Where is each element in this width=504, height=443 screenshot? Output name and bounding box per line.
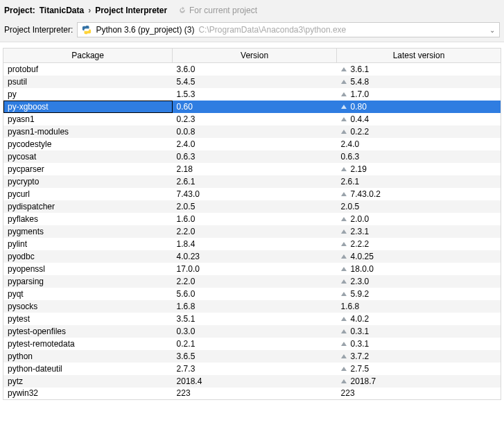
latest-version-text: 2.2.2 — [351, 239, 370, 249]
upgrade-available-icon — [341, 229, 347, 234]
cell-latest: 5.9.2 — [337, 288, 501, 300]
reset-icon — [178, 6, 186, 15]
breadcrumb-project-name[interactable]: TitanicData — [40, 6, 84, 15]
table-row[interactable]: pycurl7.43.07.43.0.2 — [3, 188, 501, 200]
cell-latest: 2.3.0 — [337, 275, 501, 288]
cell-latest: 2.0.0 — [337, 213, 501, 225]
latest-version-text: 2.19 — [351, 164, 367, 174]
cell-package: pytest — [3, 313, 173, 325]
cell-version: 0.2.3 — [173, 113, 337, 125]
table-row[interactable]: pyparsing2.2.02.3.0 — [3, 275, 501, 288]
cell-version: 1.6.0 — [173, 213, 337, 225]
cell-package: pyflakes — [3, 213, 173, 225]
upgrade-available-icon — [341, 267, 347, 271]
latest-version-text: 7.43.0.2 — [351, 189, 381, 199]
cell-package: pydispatcher — [3, 200, 173, 213]
packages-table-wrap: Package Version Latest version protobuf3… — [0, 42, 504, 400]
table-row[interactable]: psutil5.4.55.4.8 — [3, 76, 501, 88]
cell-package: pysocks — [3, 300, 173, 313]
cell-package: pytest-remotedata — [3, 338, 173, 350]
cell-version: 3.6.5 — [173, 350, 337, 363]
table-row[interactable]: pylint1.8.42.2.2 — [3, 238, 501, 250]
table-row[interactable]: py-xgboost0.600.80 — [3, 101, 501, 113]
upgrade-available-icon — [341, 192, 347, 196]
latest-version-text: 2018.7 — [351, 376, 376, 386]
table-row[interactable]: pysocks1.6.81.6.8 — [3, 300, 501, 313]
cell-package: pycrypto — [3, 175, 173, 188]
table-row[interactable]: pyasn10.2.30.4.4 — [3, 113, 501, 125]
table-row[interactable]: pytz2018.42018.7 — [3, 375, 501, 388]
table-row[interactable]: pytest-openfiles0.3.00.3.1 — [3, 325, 501, 338]
table-row[interactable]: pygments2.2.02.3.1 — [3, 225, 501, 238]
table-row[interactable]: pywin32223223 — [3, 388, 501, 400]
upgrade-available-icon — [341, 167, 347, 171]
latest-version-text: 0.3.1 — [351, 339, 370, 349]
latest-version-text: 2.7.5 — [351, 364, 370, 374]
table-row[interactable]: pycodestyle2.4.02.4.0 — [3, 138, 501, 150]
table-row[interactable]: pytest3.5.14.0.2 — [3, 313, 501, 325]
cell-version: 2018.4 — [173, 375, 337, 388]
table-row[interactable]: pycparser2.182.19 — [3, 163, 501, 175]
upgrade-available-icon — [341, 329, 347, 333]
cell-version: 2.7.3 — [173, 363, 337, 375]
cell-latest: 1.7.0 — [337, 88, 501, 101]
chevron-down-icon: ⌄ — [489, 26, 495, 34]
cell-latest: 2.19 — [337, 163, 501, 175]
table-row[interactable]: pytest-remotedata0.2.10.3.1 — [3, 338, 501, 350]
cell-version: 0.3.0 — [173, 325, 337, 338]
table-row[interactable]: python-dateutil2.7.32.7.5 — [3, 363, 501, 375]
table-row[interactable]: pyqt5.6.05.9.2 — [3, 288, 501, 300]
cell-latest: 2018.7 — [337, 375, 501, 388]
latest-version-text: 1.7.0 — [351, 89, 370, 99]
table-header-row: Package Version Latest version — [3, 49, 501, 63]
upgrade-available-icon — [341, 117, 347, 121]
breadcrumb-section[interactable]: Project Interpreter — [95, 6, 167, 15]
upgrade-available-icon — [341, 92, 347, 96]
latest-version-text: 0.4.4 — [351, 114, 370, 124]
upgrade-available-icon — [341, 367, 347, 371]
for-current-project-label: For current project — [178, 6, 257, 15]
column-header-latest[interactable]: Latest version — [337, 49, 501, 63]
table-row[interactable]: pyopenssl17.0.018.0.0 — [3, 263, 501, 275]
cell-latest: 2.6.1 — [337, 175, 501, 188]
table-row[interactable]: pyasn1-modules0.0.80.2.2 — [3, 125, 501, 138]
cell-latest: 0.3.1 — [337, 325, 501, 338]
latest-version-text: 0.80 — [351, 102, 367, 112]
cell-version: 2.0.5 — [173, 200, 337, 213]
table-row[interactable]: python3.6.53.7.2 — [3, 350, 501, 363]
latest-version-text: 18.0.0 — [351, 264, 374, 274]
interpreter-dropdown[interactable]: Python 3.6 (py_project) (3) C:\ProgramDa… — [77, 22, 500, 37]
table-row[interactable]: pydispatcher2.0.52.0.5 — [3, 200, 501, 213]
upgrade-available-icon — [341, 254, 347, 259]
column-header-package[interactable]: Package — [3, 49, 173, 63]
cell-version: 2.18 — [173, 163, 337, 175]
cell-package: pyodbc — [3, 250, 173, 263]
packages-tbody: protobuf3.6.03.6.1psutil5.4.55.4.8py1.5.… — [3, 63, 501, 400]
cell-latest: 3.7.2 — [337, 350, 501, 363]
latest-version-text: 2.4.0 — [341, 139, 360, 149]
table-row[interactable]: pyodbc4.0.234.0.25 — [3, 250, 501, 263]
latest-version-text: 0.6.3 — [341, 152, 360, 162]
table-row[interactable]: py1.5.31.7.0 — [3, 88, 501, 101]
upgrade-available-icon — [341, 292, 347, 296]
interpreter-row: Project Interpreter: Python 3.6 (py_proj… — [4, 21, 500, 37]
cell-latest: 4.0.25 — [337, 250, 501, 263]
cell-version: 0.2.1 — [173, 338, 337, 350]
cell-latest: 2.0.5 — [337, 200, 501, 213]
cell-version: 0.60 — [173, 101, 337, 113]
cell-version: 1.5.3 — [173, 88, 337, 101]
cell-package: python — [3, 350, 173, 363]
latest-version-text: 1.6.8 — [341, 302, 360, 311]
upgrade-available-icon — [341, 242, 347, 246]
cell-latest: 0.4.4 — [337, 113, 501, 125]
table-row[interactable]: pycrypto2.6.12.6.1 — [3, 175, 501, 188]
column-header-version[interactable]: Version — [173, 49, 337, 63]
table-row[interactable]: pyflakes1.6.02.0.0 — [3, 213, 501, 225]
cell-latest: 0.80 — [337, 101, 501, 113]
table-row[interactable]: protobuf3.6.03.6.1 — [3, 63, 501, 76]
cell-version: 2.4.0 — [173, 138, 337, 150]
table-row[interactable]: pycosat0.6.30.6.3 — [3, 150, 501, 163]
cell-latest: 2.7.5 — [337, 363, 501, 375]
cell-latest: 5.4.8 — [337, 76, 501, 88]
upgrade-available-icon — [341, 342, 347, 346]
